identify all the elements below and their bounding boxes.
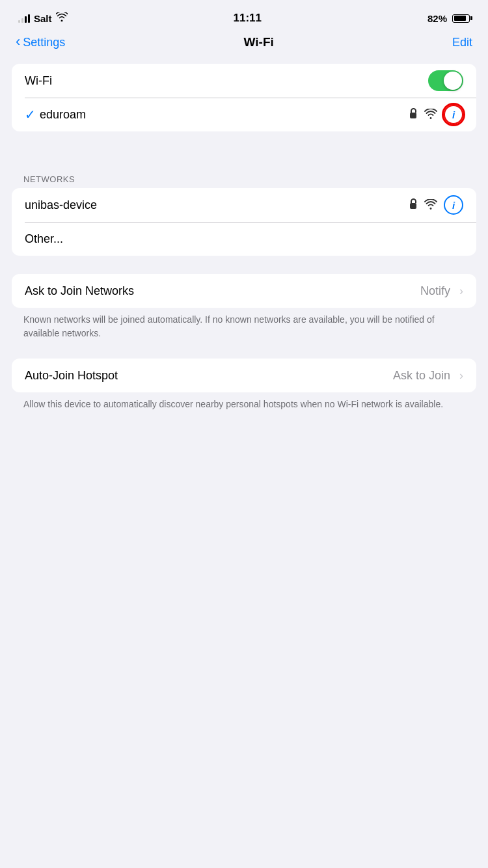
status-bar: Salt 11:11 82% bbox=[0, 0, 488, 33]
connected-network-right: i bbox=[409, 105, 463, 124]
network-name-unibas: unibas-device bbox=[25, 198, 409, 212]
auto-join-right: Ask to Join › bbox=[393, 369, 463, 383]
networks-card: unibas-device i bbox=[12, 188, 476, 256]
auto-join-description: Allow this device to automatically disco… bbox=[0, 392, 488, 424]
wifi-signal-icon bbox=[424, 107, 437, 122]
connected-network-name: eduroam bbox=[40, 108, 409, 122]
wifi-toggle[interactable] bbox=[428, 70, 463, 91]
auto-join-row[interactable]: Auto-Join Hotspot Ask to Join › bbox=[12, 359, 476, 392]
networks-section-label: NETWORKS bbox=[0, 169, 488, 188]
ask-to-join-right: Notify › bbox=[420, 284, 463, 298]
signal-bars-icon bbox=[18, 14, 30, 23]
status-right: 82% bbox=[427, 13, 470, 24]
back-chevron-icon: ‹ bbox=[16, 34, 20, 49]
carrier-label: Salt bbox=[34, 13, 52, 24]
ask-to-join-row[interactable]: Ask to Join Networks Notify › bbox=[12, 274, 476, 308]
ask-to-join-description: Known networks will be joined automatica… bbox=[0, 308, 488, 353]
svg-rect-0 bbox=[410, 113, 416, 118]
back-label: Settings bbox=[23, 36, 65, 49]
connected-network-info-button[interactable]: i bbox=[444, 105, 463, 124]
auto-join-card: Auto-Join Hotspot Ask to Join › bbox=[12, 359, 476, 392]
wifi-toggle-section: Wi-Fi ✓ eduroam bbox=[0, 64, 488, 131]
network-wifi-icon bbox=[424, 198, 437, 213]
battery-percentage: 82% bbox=[427, 13, 447, 24]
lock-icon bbox=[409, 107, 418, 122]
wifi-toggle-label: Wi-Fi bbox=[25, 74, 428, 88]
network-row-other[interactable]: Other... bbox=[12, 222, 476, 256]
edit-button[interactable]: Edit bbox=[452, 36, 472, 49]
ask-to-join-label: Ask to Join Networks bbox=[25, 284, 420, 298]
battery-icon bbox=[452, 14, 470, 23]
info-icon: i bbox=[452, 200, 455, 211]
auto-join-chevron-icon: › bbox=[459, 369, 463, 383]
ask-to-join-card: Ask to Join Networks Notify › bbox=[12, 274, 476, 308]
wifi-status-icon bbox=[56, 12, 68, 25]
connected-network-row: ✓ eduroam bbox=[12, 98, 476, 131]
toggle-knob bbox=[444, 72, 462, 90]
auto-join-label: Auto-Join Hotspot bbox=[25, 369, 393, 383]
checkmark-icon: ✓ bbox=[25, 107, 36, 122]
other-network-label: Other... bbox=[25, 232, 463, 246]
wifi-card: Wi-Fi ✓ eduroam bbox=[12, 64, 476, 131]
wifi-toggle-right bbox=[428, 70, 463, 91]
wifi-toggle-row: Wi-Fi bbox=[12, 64, 476, 98]
page-title: Wi-Fi bbox=[244, 35, 274, 49]
auto-join-value: Ask to Join bbox=[393, 369, 450, 383]
status-left: Salt bbox=[18, 12, 68, 25]
network-row-unibas[interactable]: unibas-device i bbox=[12, 188, 476, 222]
network-lock-icon bbox=[409, 198, 418, 212]
network-info-button[interactable]: i bbox=[444, 195, 463, 215]
auto-join-section: Auto-Join Hotspot Ask to Join › Allow th… bbox=[0, 359, 488, 424]
back-button[interactable]: ‹ Settings bbox=[16, 36, 65, 49]
info-icon: i bbox=[452, 109, 455, 120]
ask-to-join-value: Notify bbox=[420, 284, 450, 298]
network-row-right-unibas: i bbox=[409, 195, 463, 215]
ask-to-join-section: Ask to Join Networks Notify › Known netw… bbox=[0, 274, 488, 353]
nav-bar: ‹ Settings Wi-Fi Edit bbox=[0, 33, 488, 57]
status-time: 11:11 bbox=[234, 12, 262, 25]
svg-rect-1 bbox=[410, 203, 416, 209]
ask-to-join-chevron-icon: › bbox=[459, 284, 463, 298]
networks-section: NETWORKS unibas-device bbox=[0, 169, 488, 256]
